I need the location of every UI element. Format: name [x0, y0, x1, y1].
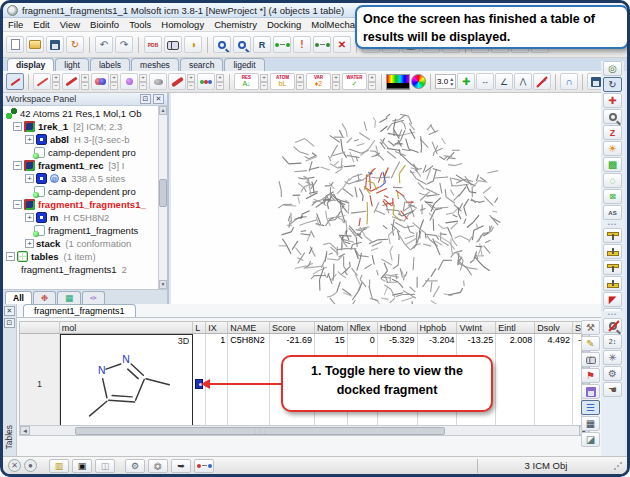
connect-atoms-icon[interactable] [273, 36, 291, 53]
expand-icon[interactable]: + [25, 174, 34, 183]
res-spinner[interactable]: +− [260, 74, 268, 90]
corner-header[interactable] [20, 322, 60, 333]
tab-display[interactable]: display [7, 58, 54, 71]
clear-selection-icon[interactable]: ⊠ [603, 189, 622, 204]
search-binoculars-icon[interactable] [581, 352, 600, 367]
record-circle-icon[interactable]: ● [24, 459, 37, 472]
cpk-spinner[interactable]: +− [110, 74, 118, 90]
tab-light[interactable]: light [55, 58, 89, 71]
col-dsolv[interactable]: Dsolv [535, 322, 573, 333]
col-hphob[interactable]: Hphob [418, 322, 458, 333]
scroll-thumb[interactable] [159, 179, 167, 207]
menu-bioinfo[interactable]: Bioinfo [85, 19, 124, 30]
color-palette-icon[interactable] [386, 74, 410, 90]
tree-item-fragment1-fragments-doc[interactable]: fragment1_fragments [3, 224, 158, 237]
water-spinner[interactable]: +− [368, 74, 376, 90]
surface-display-icon[interactable] [149, 73, 167, 90]
table-horizontal-scrollbar[interactable]: ◄ ⋮⋮⋮ ► [19, 425, 590, 436]
tree-item-a[interactable]: + @ a 338 A 5 sites [3, 172, 158, 185]
distance-measure-icon[interactable]: ↔ [476, 73, 494, 90]
cpk-display-icon[interactable] [91, 73, 109, 90]
mol-structure-cell[interactable]: 3D N [60, 334, 193, 434]
col-natom[interactable]: Natom [315, 322, 348, 333]
tree-item-tables[interactable]: − tables (1 item) [3, 250, 158, 263]
atom-select-mode-icon[interactable]: AS [603, 205, 622, 220]
magnet-snap-icon[interactable]: ∩ [560, 73, 578, 90]
tree-item-root[interactable]: 42 Atoms 21 Res,1 Mol,1 Ob [3, 107, 158, 120]
tree-item-fragment1-fragments1[interactable]: − fragment1_fragments1_ [3, 198, 158, 211]
scale-selection-icon[interactable]: ✚ [457, 73, 475, 90]
residue-r-icon[interactable]: R [253, 36, 271, 53]
wrench-tools-icon[interactable]: ⚒ [581, 320, 600, 335]
multi-spinner[interactable]: +− [216, 74, 224, 90]
scroll-left-icon[interactable]: ◄ [20, 426, 30, 435]
tree-scrollbar[interactable]: ▲ ▼ [158, 106, 167, 289]
menu-homology[interactable]: Homology [156, 19, 209, 30]
graphics-3d-view[interactable] [171, 93, 603, 304]
origin-target-icon[interactable]: ◎ [603, 61, 622, 76]
tree-item-camp-2[interactable]: camp-dependent pro [3, 185, 158, 198]
row-view-icon[interactable]: ☰ [581, 400, 600, 415]
ribbon-spinner[interactable]: +− [187, 74, 195, 90]
slab-back-icon[interactable] [603, 244, 622, 259]
save-table-icon[interactable] [581, 384, 600, 399]
split-view-icon[interactable]: ◫ [95, 459, 115, 473]
scroll-down-icon[interactable]: ▼ [159, 280, 167, 289]
select-box-icon[interactable]: ▩ [603, 157, 622, 172]
var-label-button[interactable]: VAR♦2 [306, 73, 331, 90]
close-icon[interactable]: ✕ [153, 94, 164, 104]
preferences-gear-icon[interactable]: ⚙ [125, 459, 145, 473]
menu-file[interactable]: File [3, 19, 28, 30]
col-nflex[interactable]: Nflex [348, 322, 378, 333]
redo-icon[interactable]: ↷ [115, 36, 133, 53]
tab-ligedit[interactable]: ligedit [224, 58, 264, 71]
col-eintl[interactable]: Eintl [496, 322, 535, 333]
row-number[interactable]: 1 [20, 334, 60, 434]
col-hbond[interactable]: Hbond [378, 322, 418, 333]
no-measure-icon[interactable] [533, 73, 551, 90]
grid-view-icon[interactable]: ▦ [581, 416, 600, 431]
edit-pencil-icon[interactable]: ✎ [581, 336, 600, 351]
collapse-icon[interactable]: − [6, 252, 15, 261]
multi-atom-display-icon[interactable] [197, 73, 215, 90]
tab-meshes[interactable]: meshes [131, 58, 179, 71]
col-l[interactable]: L [193, 322, 206, 333]
water-label-button[interactable]: WATER✓ [342, 73, 367, 90]
atom-spinner[interactable]: +− [296, 74, 304, 90]
slab-both-icon[interactable] [603, 260, 622, 275]
chart-view-icon[interactable]: ◪ [581, 432, 600, 447]
var-spinner[interactable]: +− [332, 74, 340, 90]
save-icon[interactable] [46, 36, 64, 53]
ribbon-display-icon[interactable] [168, 73, 186, 90]
tab-bonds[interactable]: ✑ [82, 291, 105, 304]
wire-display-icon[interactable] [33, 73, 51, 90]
angle-measure-icon[interactable]: ∠ [495, 73, 513, 90]
spotlight-icon[interactable]: ☀ [603, 141, 622, 156]
compass-icon[interactable]: ◑ [184, 36, 202, 53]
tab-labels[interactable]: labels [90, 58, 130, 71]
scroll-thumb[interactable]: ⋮⋮⋮ [75, 427, 445, 435]
col-name[interactable]: NAME [228, 322, 270, 333]
menu-docking[interactable]: Docking [262, 19, 306, 30]
collapse-icon[interactable]: − [13, 200, 22, 209]
expand-icon[interactable]: + [25, 239, 34, 248]
ballstick-display-icon[interactable] [120, 73, 138, 90]
ballstick-spinner[interactable]: +− [139, 74, 147, 90]
select-lasso-icon[interactable]: ◌ [603, 173, 622, 188]
flag-mark-icon[interactable]: ⚑ [581, 368, 600, 383]
color-wheel-icon[interactable] [411, 74, 426, 89]
col-ix[interactable]: IX [206, 322, 228, 333]
screenshot-camera-icon[interactable]: ⏣ [148, 459, 168, 473]
formal-charge-icon[interactable]: ! [293, 36, 311, 53]
pdb-search-icon[interactable]: PDB [144, 36, 162, 53]
menu-tools[interactable]: Tools [124, 19, 156, 30]
atom-label-button[interactable]: ATOMbL [270, 73, 295, 90]
col-mol[interactable]: mol [60, 322, 193, 333]
pan-hand-icon[interactable]: ☚ [603, 382, 622, 397]
dock-icon[interactable]: ⊡ [140, 94, 151, 104]
menu-chemistry[interactable]: Chemistry [209, 19, 262, 30]
collapse-icon[interactable]: − [13, 122, 22, 131]
mouse-ride-icon[interactable]: ➥ [171, 459, 191, 473]
stop-circle-icon[interactable]: ✕ [8, 459, 21, 472]
tab-search[interactable]: search [180, 58, 224, 71]
